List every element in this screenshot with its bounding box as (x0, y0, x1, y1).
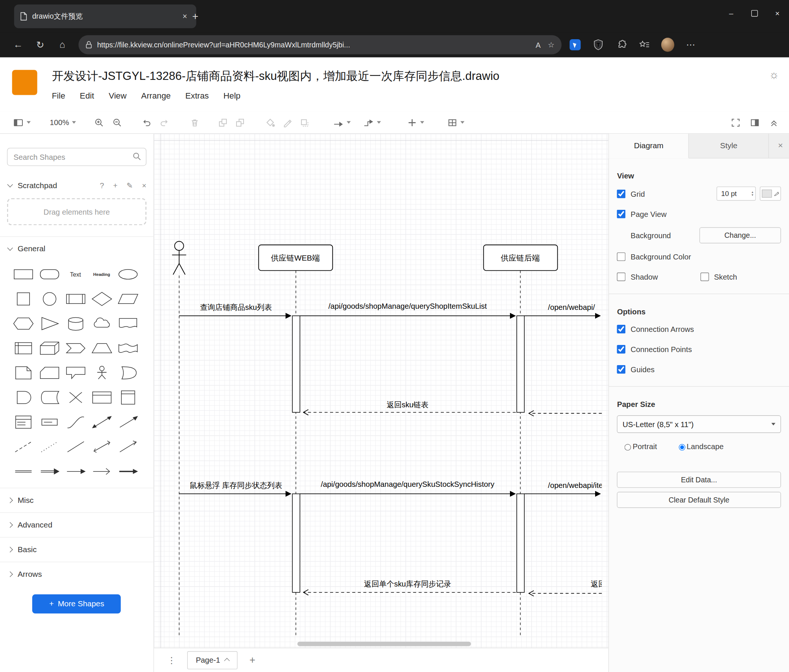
back-icon[interactable]: ← (7, 39, 29, 50)
section-general[interactable]: General (0, 236, 153, 261)
grid-color-button[interactable] (760, 187, 781, 201)
shape-and[interactable] (10, 385, 36, 410)
background-color-checkbox[interactable] (617, 252, 626, 261)
diagram-canvas[interactable]: 供应链WEB端 供应链后端 (154, 134, 609, 672)
profile-avatar[interactable] (661, 38, 674, 51)
shape-trapezoid[interactable] (89, 336, 115, 361)
menu-view[interactable]: View (109, 91, 127, 101)
extension-bird-icon[interactable] (569, 38, 582, 51)
shape-curve[interactable] (62, 410, 89, 435)
section-basic[interactable]: Basic (0, 537, 153, 562)
shape-dotted-line[interactable] (36, 435, 62, 459)
insert-button[interactable] (407, 118, 424, 128)
menu-file[interactable]: File (52, 91, 65, 101)
read-aloud-icon[interactable]: A (536, 40, 541, 49)
shape-dashed-line[interactable] (10, 435, 36, 459)
line-color-icon[interactable] (283, 118, 292, 128)
view-dropdown-button[interactable] (13, 118, 30, 128)
shape-thin-arrow[interactable] (89, 459, 115, 484)
shape-circle[interactable] (36, 287, 62, 311)
guides-checkbox[interactable] (617, 365, 626, 374)
extension-shield-icon[interactable]: T (592, 38, 605, 51)
favorites-bar-icon[interactable] (638, 38, 651, 51)
browser-menu-icon[interactable]: ⋯ (684, 38, 698, 51)
tab-diagram[interactable]: Diagram (609, 134, 689, 158)
shape-internal-storage[interactable] (10, 336, 36, 361)
scratchpad-dropzone[interactable]: Drag elements here (7, 198, 147, 226)
shape-ellipse[interactable] (115, 262, 141, 287)
shape-triangle[interactable] (36, 311, 62, 336)
shape-line[interactable] (62, 435, 89, 459)
refresh-icon[interactable]: ↻ (29, 39, 51, 50)
shape-rounded-rectangle[interactable] (36, 262, 62, 287)
shape-arrow-link[interactable] (36, 459, 62, 484)
shape-parallelogram[interactable] (115, 287, 141, 311)
shape-card[interactable] (36, 361, 62, 385)
scratchpad-edit-icon[interactable]: ✎ (127, 181, 133, 190)
more-shapes-button[interactable]: + More Shapes (32, 594, 121, 613)
menu-help[interactable]: Help (224, 91, 241, 101)
activation-bar[interactable] (292, 494, 300, 592)
shape-vertical-container[interactable] (115, 385, 141, 410)
shape-cylinder[interactable] (62, 311, 89, 336)
fill-color-icon[interactable] (265, 118, 275, 128)
landscape-radio[interactable] (679, 444, 685, 451)
connection-points-checkbox[interactable] (617, 345, 626, 354)
page-tab[interactable]: Page-1 (187, 651, 238, 669)
shape-directional-arrow[interactable] (115, 410, 141, 435)
connection-style-button[interactable] (333, 118, 351, 128)
address-bar[interactable]: https://file.kkview.cn/onlinePreview?url… (78, 35, 562, 54)
grid-size-stepper[interactable]: 10 pt ▴▾ (717, 187, 756, 201)
shadow-checkbox[interactable] (617, 272, 626, 281)
background-change-button[interactable]: Change... (700, 227, 781, 244)
new-tab-button[interactable]: + (192, 10, 199, 22)
shape-switch[interactable] (62, 385, 89, 410)
shape-cube[interactable] (36, 336, 62, 361)
portrait-radio[interactable] (624, 444, 631, 451)
shape-rectangle[interactable] (10, 262, 36, 287)
format-panel-toggle-icon[interactable] (750, 118, 760, 128)
menu-extras[interactable]: Extras (185, 91, 209, 101)
pages-menu-icon[interactable]: ⋮ (167, 654, 176, 666)
shape-data-storage[interactable] (36, 385, 62, 410)
favorite-star-icon[interactable]: ☆ (548, 40, 554, 49)
menu-arrange[interactable]: Arrange (141, 91, 171, 101)
shape-bidirectional-arrow[interactable] (89, 410, 115, 435)
shadow-icon[interactable] (300, 118, 310, 128)
shape-document[interactable] (115, 311, 141, 336)
sketch-checkbox[interactable] (700, 272, 709, 281)
extensions-puzzle-icon[interactable] (615, 38, 628, 51)
shape-diamond[interactable] (89, 287, 115, 311)
redo-icon[interactable] (160, 118, 169, 128)
undo-icon[interactable] (142, 118, 152, 128)
delete-icon[interactable] (190, 118, 200, 128)
zoom-dropdown-button[interactable]: 100% (50, 118, 76, 127)
scratchpad-add-icon[interactable]: + (113, 181, 118, 190)
actor-figure[interactable] (172, 242, 186, 275)
scratchpad-close-icon[interactable]: × (142, 181, 147, 190)
shape-list-item[interactable] (36, 410, 62, 435)
shape-simple-arrow[interactable] (62, 459, 89, 484)
add-page-button[interactable]: + (249, 654, 256, 666)
zoom-out-icon[interactable] (112, 118, 123, 128)
collapse-toolbar-icon[interactable] (769, 118, 779, 128)
tab-style[interactable]: Style (689, 134, 769, 158)
shape-callout[interactable] (62, 361, 89, 385)
scratchpad-help-icon[interactable]: ? (100, 181, 104, 190)
shape-actor[interactable] (89, 361, 115, 385)
shape-process[interactable] (62, 287, 89, 311)
waypoint-style-button[interactable] (363, 118, 381, 128)
browser-tab[interactable]: drawio文件预览 × (14, 5, 196, 28)
menu-edit[interactable]: Edit (80, 91, 94, 101)
fullscreen-icon[interactable] (731, 118, 741, 128)
paper-size-select[interactable]: US-Letter (8,5" x 11") (617, 416, 781, 433)
shape-directional-connector[interactable] (115, 435, 141, 459)
connection-arrows-checkbox[interactable] (617, 325, 626, 333)
shape-or[interactable] (115, 361, 141, 385)
theme-toggle-icon[interactable]: ☼ (769, 68, 779, 81)
shape-note[interactable] (10, 361, 36, 385)
grid-checkbox[interactable] (617, 189, 626, 198)
shape-hexagon[interactable] (10, 311, 36, 336)
section-arrows[interactable]: Arrows (0, 562, 153, 586)
search-shapes-input[interactable] (7, 148, 147, 166)
